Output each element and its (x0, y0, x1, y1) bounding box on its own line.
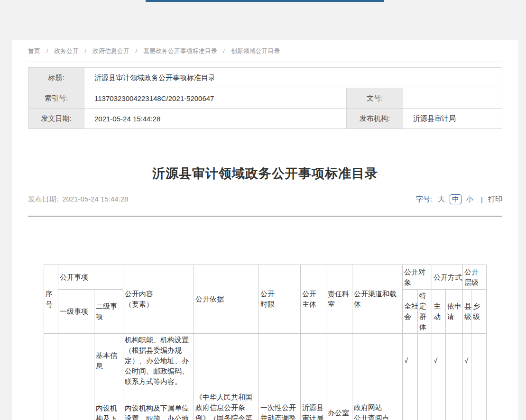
meta-title-value: 沂源县审计领域政务公开事项标准目录 (84, 68, 502, 88)
cell-check-specific-group (418, 334, 432, 388)
cell-check-township (471, 388, 487, 420)
th-audience-group: 公开对 象 (403, 265, 432, 290)
th-disclosure-subject: 公开 主体 (301, 265, 326, 334)
th-county-level: 县 级 (463, 290, 471, 334)
font-size-toolbar: 字号: 大 中 小 | 打印 (416, 194, 502, 204)
breadcrumb: 首页 / 政务公开 / 政府信息公开 / 基层政务公开事项标准目录 / 创新领域… (28, 40, 502, 62)
cell-time-limit: 一次性公开 并动态调整 (259, 334, 301, 420)
th-proactive: 主 动 (432, 290, 446, 334)
font-size-large-button[interactable]: 大 (438, 195, 445, 204)
table-header-row-1: 序 号 公开事项 公开内容 （要素） 公开依据 公开 时限 公开 主体 责任科 … (44, 265, 487, 290)
th-level-group: 公开 层级 (463, 265, 487, 290)
page: 首页 / 政务公开 / 政府信息公开 / 基层政务公开事项标准目录 / 创新领域… (0, 0, 526, 420)
cell-basis: 《中华人民共和国 政府信息公开条 例》（国务院令第 711号） (194, 334, 259, 420)
th-method-group: 公开方式 (432, 265, 463, 290)
th-responsible-dept: 责任科 室 (326, 265, 352, 334)
th-time-limit: 公开 时限 (259, 265, 301, 334)
table-row-basic-info: 基本信 息 机构职能、机构设置 （根据县委编办规 定）、办公地址、办 公时间、邮… (44, 334, 487, 388)
cell-check-specific-group (418, 388, 432, 420)
cell-content-basic-info: 机构职能、机构设置 （根据县委编办规 定）、办公地址、办 公时间、邮政编码、 联… (123, 334, 194, 388)
meta-row-title: 标题: 沂源县审计领域政务公开事项标准目录 (28, 68, 502, 88)
th-channels-carriers: 公开渠道和载 体 (352, 265, 403, 334)
meta-agency-value: 沂源县审计局 (403, 109, 502, 129)
breadcrumb-separator: / (85, 47, 87, 55)
th-disclosure-item-group: 公开事项 (58, 265, 123, 290)
breadcrumb-separator: / (223, 47, 225, 55)
th-level2-item: 二级事 项 (94, 290, 123, 334)
cell-check-proactive: √ (432, 334, 446, 388)
meta-index-label: 索引号: (28, 88, 84, 109)
th-public-all: 全社 会 (403, 290, 418, 334)
th-serial-number: 序 号 (44, 265, 58, 334)
breadcrumb-standard-directory[interactable]: 基层政务公开事项标准目录 (143, 47, 217, 55)
cell-level2-basic-info: 基本信 息 (94, 334, 123, 388)
cell-content-internal-org: 内设机构及下属单位 设置、职能、办公地 址、办公时间、联系 方式、负责人姓名等 (123, 388, 194, 420)
page-title: 沂源县审计领域政务公开事项标准目录 (28, 165, 502, 182)
cell-check-public-all: √ (403, 388, 418, 420)
cell-check-proactive: √ (432, 388, 446, 420)
cell-check-on-request (446, 334, 463, 388)
cell-serial (44, 334, 58, 420)
article-divider (28, 216, 502, 217)
breadcrumb-separator: / (46, 47, 48, 55)
th-disclosure-basis: 公开依据 (194, 265, 259, 334)
cell-check-public-all: √ (403, 334, 418, 388)
cell-check-county: √ (463, 334, 471, 388)
breadcrumb-zhengwu-gongkai[interactable]: 政务公开 (54, 47, 79, 55)
font-size-small-button[interactable]: 小 (466, 195, 473, 204)
cell-check-township (471, 334, 487, 388)
top-nav-bar-edge (146, 0, 384, 2)
document-meta-table: 标题: 沂源县审计领域政务公开事项标准目录 索引号: 1137032300422… (28, 67, 502, 129)
cell-level2-internal-org: 内设机 构及下 属事业 单位 (94, 388, 123, 420)
breadcrumb-home[interactable]: 首页 (28, 47, 40, 55)
meta-index-value: 11370323004223148C/2021-5200647 (84, 88, 347, 109)
th-level1-item: 一级事项 (58, 290, 94, 334)
cell-check-county: √ (463, 388, 471, 420)
cell-subject: 沂源县 审计局 (301, 334, 326, 420)
font-size-medium-button[interactable]: 中 (450, 194, 461, 204)
cell-level1-item (58, 334, 94, 420)
article-info-bar: 发布日期:2021-05-24 15:44:28 字号: 大 中 小 | 打印 (28, 194, 502, 204)
content-panel: 首页 / 政务公开 / 政府信息公开 / 基层政务公开事项标准目录 / 创新领域… (12, 40, 518, 420)
meta-docnum-value (403, 88, 502, 109)
th-specific-group: 特 定 群 体 (418, 290, 432, 334)
cell-dept: 办公室 (326, 334, 352, 420)
meta-date-label: 发文日期: (28, 109, 84, 129)
cell-channel: 政府网站 公开查阅点 (352, 334, 403, 420)
print-button[interactable]: 打印 (488, 195, 502, 204)
toolbar-divider: | (481, 195, 483, 203)
publish-date-row: 发布日期:2021-05-24 15:44:28 (28, 195, 128, 204)
th-on-request: 依申 请 (446, 290, 463, 334)
meta-docnum-label: 文号: (347, 88, 403, 109)
meta-date-value: 2021-05-24 15:44:28 (84, 109, 347, 129)
th-township-level: 乡 级 (471, 290, 487, 334)
meta-row-date: 发文日期: 2021-05-24 15:44:28 发布机构: 沂源县审计局 (28, 109, 502, 129)
breadcrumb-separator: / (135, 47, 137, 55)
th-disclosure-content: 公开内容 （要素） (123, 265, 194, 334)
disclosure-directory-table: 序 号 公开事项 公开内容 （要素） 公开依据 公开 时限 公开 主体 责任科 … (44, 265, 487, 420)
font-size-label: 字号: (416, 195, 432, 204)
publish-date-value: 2021-05-24 15:44:28 (62, 195, 128, 203)
cell-check-on-request (446, 388, 463, 420)
meta-title-label: 标题: (28, 68, 84, 88)
publish-date-label: 发布日期: (28, 195, 58, 203)
meta-agency-label: 发布机构: (347, 109, 403, 129)
breadcrumb-gov-info-disclosure[interactable]: 政府信息公开 (92, 47, 129, 55)
breadcrumb-innovation-directory[interactable]: 创新领域公开目录 (231, 47, 280, 55)
meta-row-index: 索引号: 11370323004223148C/2021-5200647 文号: (28, 88, 502, 109)
